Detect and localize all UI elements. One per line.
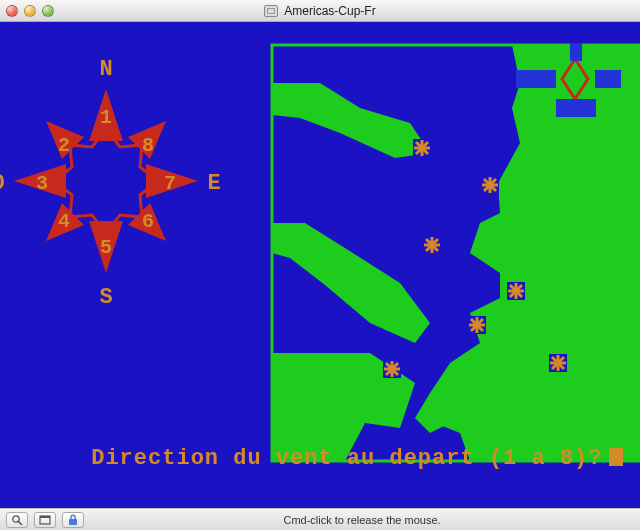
zoom-tool-icon[interactable] [6, 512, 28, 528]
compass-dir-1: 1 [100, 106, 112, 129]
compass-dir-4: 4 [58, 210, 70, 233]
heading-bottom: 180 [557, 97, 593, 120]
heading-left: 270 [517, 68, 553, 91]
window-title: Americas-Cup-Fr [0, 4, 640, 18]
compass-w: O [0, 171, 5, 196]
text-cursor-icon [609, 448, 623, 466]
svg-rect-52 [40, 516, 50, 518]
prompt-row[interactable]: Direction du vent au depart (1 a 8)? [0, 421, 640, 496]
prompt-text: Direction du vent au depart (1 a 8)? [91, 446, 602, 471]
app-window: Americas-Cup-Fr 0 90 180 [0, 0, 640, 530]
close-icon[interactable] [6, 5, 18, 17]
zoom-icon[interactable] [42, 5, 54, 17]
compass-n: N [99, 57, 112, 82]
compass-dir-3: 3 [36, 172, 48, 195]
map-marker [468, 316, 486, 334]
titlebar: Americas-Cup-Fr [0, 0, 640, 22]
minimize-icon[interactable] [24, 5, 36, 17]
svg-point-49 [13, 515, 19, 521]
document-proxy-icon [264, 5, 278, 17]
map-marker [481, 176, 499, 194]
map-marker [507, 282, 525, 300]
heading-top: 0 [571, 41, 583, 64]
game-viewport: 0 90 180 270 [0, 22, 640, 508]
statusbar: Cmd-click to release the mouse. [0, 508, 640, 530]
status-text: Cmd-click to release the mouse. [90, 514, 634, 526]
compass-dir-7: 7 [164, 172, 176, 195]
window-title-text: Americas-Cup-Fr [284, 4, 375, 18]
svg-line-50 [19, 521, 23, 525]
heading-right: 90 [596, 68, 620, 91]
compass-dir-6: 6 [142, 210, 154, 233]
compass-e: E [207, 171, 220, 196]
lock-icon[interactable] [62, 512, 84, 528]
map-marker [383, 360, 401, 378]
compass-dir-5: 5 [100, 236, 112, 259]
fullscreen-tool-icon[interactable] [34, 512, 56, 528]
compass-dir-8: 8 [142, 134, 154, 157]
svg-rect-53 [69, 519, 77, 525]
map-marker [423, 236, 441, 254]
compass-rose: 1 2 3 4 5 6 7 8 N S E O [0, 57, 221, 310]
map-marker [549, 354, 567, 372]
window-controls [6, 5, 54, 17]
map-marker [413, 139, 431, 157]
compass-dir-2: 2 [58, 134, 70, 157]
compass-s: S [99, 285, 112, 310]
